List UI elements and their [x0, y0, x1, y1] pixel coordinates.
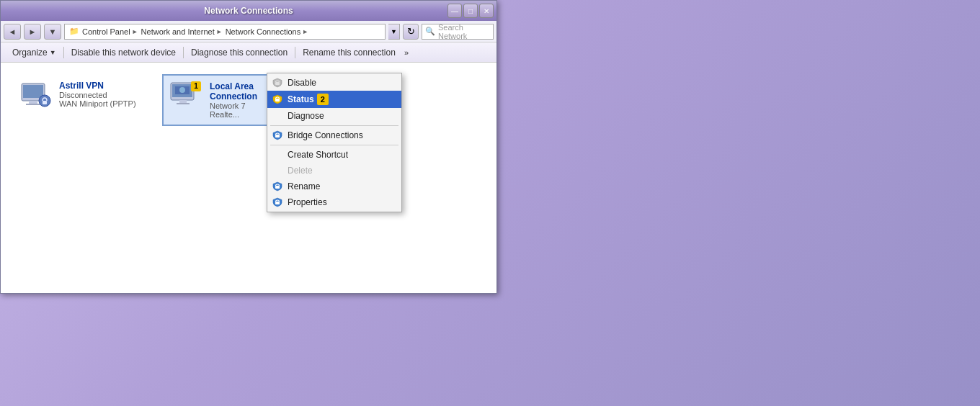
shield-blue-icon-props	[272, 197, 283, 208]
search-box[interactable]: 🔍 Search Network	[422, 24, 494, 40]
organize-button[interactable]: Organize ▼	[6, 42, 62, 62]
lan-icon: 1	[169, 81, 204, 110]
ctx-properties-label: Properties	[288, 197, 327, 207]
address-bar: ◄ ► ▼ 📁 Control Panel ► Network and Inte…	[1, 21, 496, 42]
context-menu: Disable Status 2 Diagnose Bridge Connect…	[267, 73, 402, 212]
toolbar-separator-3	[295, 47, 295, 58]
ctx-delete-label: Delete	[288, 166, 313, 176]
ctx-properties[interactable]: Properties	[267, 194, 401, 210]
forward-icon: ►	[29, 27, 37, 36]
ctx-separator-2	[270, 145, 398, 145]
ctx-disable-label: Disable	[288, 78, 316, 88]
no-icon-2	[272, 149, 283, 161]
ctx-delete[interactable]: Delete	[267, 163, 401, 179]
refresh-button[interactable]: ↻	[403, 24, 419, 40]
svg-rect-16	[275, 135, 280, 137]
vpn-icon	[19, 81, 53, 109]
address-field[interactable]: 📁 Control Panel ► Network and Internet ►…	[64, 24, 386, 40]
rename-connection-button[interactable]: Rename this connection	[297, 42, 401, 62]
shield-gray-icon	[272, 77, 283, 89]
astrill-vpn-status: Disconnected	[59, 91, 136, 99]
title-bar-buttons: — □ ✕	[447, 4, 494, 18]
ctx-rename-label: Rename	[288, 181, 320, 191]
search-icon: 🔍	[425, 27, 435, 36]
shield-yellow-icon	[272, 94, 283, 105]
ctx-status-label: Status	[288, 94, 314, 104]
ctx-diagnose-label: Diagnose	[288, 111, 324, 121]
shield-blue-icon-rename	[272, 181, 283, 192]
organize-arrow-icon: ▼	[50, 49, 56, 56]
toolbar: Organize ▼ Disable this network device D…	[1, 42, 496, 63]
minimize-button[interactable]: —	[447, 4, 462, 18]
svg-rect-5	[43, 101, 47, 104]
disable-network-button[interactable]: Disable this network device	[66, 42, 182, 62]
diagnose-connection-button[interactable]: Diagnose this connection	[185, 42, 293, 62]
ctx-disable[interactable]: Disable	[267, 75, 401, 91]
svg-rect-18	[275, 202, 280, 204]
svg-rect-1	[23, 85, 43, 98]
close-button[interactable]: ✕	[479, 4, 494, 18]
no-icon	[272, 110, 283, 122]
back-icon: ◄	[9, 27, 17, 36]
folder-icon: 📁	[69, 27, 79, 36]
svg-rect-17	[275, 186, 280, 189]
svg-point-9	[179, 87, 185, 93]
ctx-status[interactable]: Status 2	[267, 91, 401, 108]
back-button[interactable]: ◄	[4, 24, 21, 40]
network-connections-window: Network Connections — □ ✕ ◄ ► ▼ 📁 Contro…	[0, 0, 497, 294]
title-bar: Network Connections — □ ✕	[1, 1, 496, 21]
svg-rect-15	[275, 99, 280, 102]
ctx-diagnose[interactable]: Diagnose	[267, 108, 401, 124]
shield-blue-icon-bridge	[272, 130, 283, 141]
toolbar-more-button[interactable]: »	[401, 42, 411, 62]
no-icon-3	[272, 165, 283, 176]
forward-button[interactable]: ►	[24, 24, 41, 40]
dropdown-icon: ▼	[49, 27, 57, 36]
refresh-icon: ↻	[407, 26, 415, 37]
astrill-vpn-detail: WAN Miniport (PPTP)	[59, 99, 136, 108]
ctx-bridge-connections[interactable]: Bridge Connections	[267, 127, 401, 143]
astrill-vpn-info: Astrill VPN Disconnected WAN Miniport (P…	[59, 81, 136, 108]
connections-list: Astrill VPN Disconnected WAN Miniport (P…	[1, 63, 496, 293]
ctx-rename[interactable]: Rename	[267, 179, 401, 194]
crumb-network-connections: Network Connections ►	[226, 27, 308, 36]
svg-rect-14	[275, 82, 280, 85]
address-dropdown-button[interactable]: ▼	[388, 24, 400, 40]
svg-rect-2	[29, 101, 37, 104]
connection-astrill-vpn[interactable]: Astrill VPN Disconnected WAN Miniport (P…	[12, 74, 156, 126]
crumb-network-internet: Network and Internet ►	[141, 27, 223, 36]
toolbar-separator-1	[63, 47, 64, 58]
svg-rect-3	[26, 104, 40, 105]
recent-button[interactable]: ▼	[44, 24, 61, 40]
search-placeholder: Search Network	[438, 23, 490, 40]
svg-text:1: 1	[194, 82, 198, 90]
ctx-create-shortcut[interactable]: Create Shortcut	[267, 147, 401, 163]
svg-rect-10	[179, 100, 187, 103]
astrill-vpn-name: Astrill VPN	[59, 81, 136, 91]
ctx-create-shortcut-label: Create Shortcut	[288, 150, 348, 160]
ctx-bridge-label: Bridge Connections	[288, 130, 363, 140]
crumb-control-panel: Control Panel ►	[82, 27, 138, 36]
status-badge-2: 2	[317, 94, 329, 105]
window-title: Network Connections	[204, 6, 293, 16]
maximize-button[interactable]: □	[463, 4, 478, 18]
toolbar-separator-2	[183, 47, 184, 58]
svg-rect-11	[177, 103, 190, 104]
ctx-separator-1	[270, 125, 398, 126]
